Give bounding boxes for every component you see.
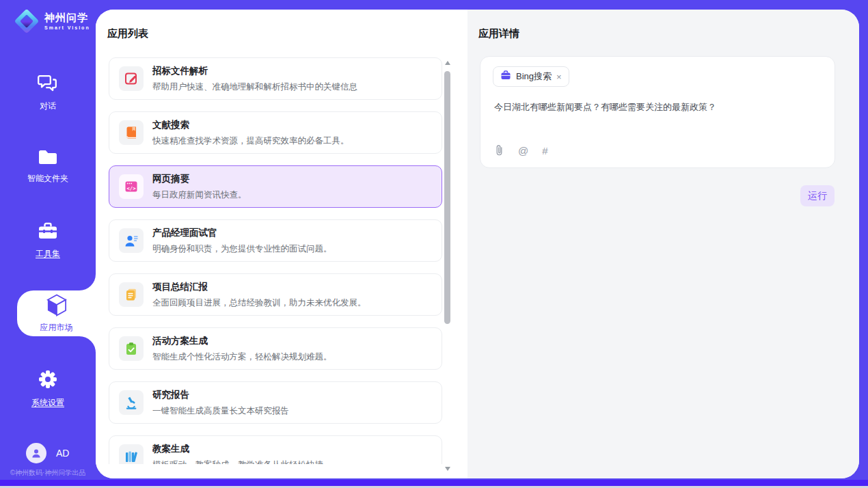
- bubble-curve-top: [79, 274, 96, 290]
- sidebar-item-chat[interactable]: 对话: [0, 74, 96, 112]
- interviewer-icon: [119, 228, 144, 253]
- app-desc: 帮助用户快速、准确地理解和解析招标书中的关键信息: [152, 81, 357, 93]
- app-desc: 全面回顾项目进展，总结经验教训，助力未来优化发展。: [152, 297, 366, 309]
- app-card-literature-search[interactable]: 文献搜索 快速精准查找学术资源，提高研究效率的必备工具。: [109, 111, 442, 154]
- svg-text:</>: </>: [127, 185, 137, 191]
- app-list: 招标文件解析 帮助用户快速、准确地理解和解析招标书中的关键信息 文献搜索 快速精…: [109, 57, 442, 464]
- brand-diamond-icon: [14, 8, 40, 34]
- sidebar-item-label: 系统设置: [31, 397, 64, 409]
- app-card-activity-plan[interactable]: 活动方案生成 智能生成个性化活动方案，轻松解决规划难题。: [109, 327, 442, 370]
- app-name: 研究报告: [152, 389, 289, 401]
- app-list-title: 应用列表: [107, 27, 148, 40]
- webpage-icon: </>: [119, 174, 144, 199]
- briefcase-icon: [500, 70, 511, 83]
- books-icon: [119, 444, 144, 464]
- folder-icon: [38, 149, 58, 168]
- brand-name: 神州问学: [44, 12, 90, 23]
- user-menu[interactable]: AD: [26, 443, 69, 463]
- app-list-panel: 应用列表 招标文件解析 帮助用户快速、准确地理解和解析招标书中的关键信息: [96, 10, 467, 478]
- scroll-up-icon[interactable]: [444, 59, 451, 66]
- app-card-web-digest[interactable]: </> 网页摘要 每日政府新闻资讯快查。: [109, 165, 442, 208]
- tool-chip-bing-search[interactable]: Bing搜索 ×: [493, 66, 569, 87]
- clipboard-check-icon: [119, 336, 144, 361]
- app-desc: 智能生成个性化活动方案，轻松解决规划难题。: [152, 351, 332, 363]
- prompt-card: Bing搜索 × 今日湖北有哪些新闻要点？有哪些需要关注的最新政策？ @ #: [480, 56, 835, 168]
- app-desc: 快速精准查找学术资源，提高研究效率的必备工具。: [152, 135, 349, 147]
- bottom-accent-bar: [0, 480, 868, 486]
- main-content: 应用列表 招标文件解析 帮助用户快速、准确地理解和解析招标书中的关键信息: [96, 10, 859, 478]
- scrollbar-thumb[interactable]: [444, 71, 450, 324]
- mention-icon[interactable]: @: [518, 145, 528, 157]
- bubble-curve-bottom: [79, 336, 96, 353]
- brand-logo: 神州问学 Smart Vision: [14, 8, 90, 34]
- gear-icon: [38, 369, 58, 392]
- app-desc: 明确身份和职责，为您提供专业性的面试问题。: [152, 243, 332, 255]
- app-card-bid-parse[interactable]: 招标文件解析 帮助用户快速、准确地理解和解析招标书中的关键信息: [109, 57, 442, 100]
- bid-parse-icon: [119, 66, 144, 91]
- app-name: 招标文件解析: [152, 65, 357, 77]
- app-name: 产品经理面试官: [152, 227, 332, 239]
- app-card-research-report[interactable]: 研究报告 一键智能生成高质量长文本研究报告: [109, 381, 442, 424]
- app-name: 教案生成: [152, 443, 323, 455]
- close-icon[interactable]: ×: [556, 72, 562, 81]
- microscope-icon: [119, 390, 144, 415]
- scrollbar: [444, 57, 451, 476]
- sidebar-item-label: 对话: [40, 100, 56, 112]
- app-name: 文献搜索: [152, 119, 349, 131]
- app-name: 网页摘要: [152, 173, 247, 185]
- book-icon: [119, 120, 144, 145]
- brand-subtitle: Smart Vision: [44, 25, 90, 30]
- sidebar-item-toolkit[interactable]: 工具集: [0, 222, 96, 260]
- sidebar: 神州问学 Smart Vision 对话 智能文件夹: [0, 0, 96, 488]
- chat-icon: [38, 74, 58, 96]
- hash-icon[interactable]: #: [542, 145, 547, 157]
- sidebar-item-settings[interactable]: 系统设置: [0, 369, 96, 409]
- sidebar-item-smart-folder[interactable]: 智能文件夹: [0, 149, 96, 185]
- tool-chip-label: Bing搜索: [516, 70, 552, 83]
- copyright-text: ©神州数码·神州问学出品: [0, 468, 96, 478]
- avatar: [26, 443, 46, 463]
- prompt-input[interactable]: 今日湖北有哪些新闻要点？有哪些需要关注的最新政策？: [494, 100, 822, 114]
- sidebar-item-app-market[interactable]: 应用市场: [17, 290, 96, 336]
- app-card-project-summary[interactable]: 项目总结汇报 全面回顾项目进展，总结经验教训，助力未来优化发展。: [109, 273, 442, 316]
- app-desc: 模板驱动，教案秒成，教学准备从此轻松快捷: [152, 459, 323, 465]
- cube-icon: [46, 294, 68, 319]
- scroll-down-icon[interactable]: [444, 465, 451, 472]
- app-name: 活动方案生成: [152, 335, 332, 347]
- attachment-icon[interactable]: [494, 144, 504, 157]
- app-detail-panel: 应用详情 Bing搜索 × 今日湖北有哪些新闻要点？有哪些需要关注的最新政策？: [467, 10, 859, 478]
- app-detail-title: 应用详情: [478, 27, 519, 40]
- user-name: AD: [56, 448, 69, 459]
- sidebar-item-label: 应用市场: [40, 322, 73, 334]
- stacked-docs-icon: [119, 282, 144, 307]
- app-card-pm-interviewer[interactable]: 产品经理面试官 明确身份和职责，为您提供专业性的面试问题。: [109, 219, 442, 262]
- app-name: 项目总结汇报: [152, 281, 366, 293]
- run-button[interactable]: 运行: [800, 185, 835, 206]
- app-card-lesson-plan[interactable]: 教案生成 模板驱动，教案秒成，教学准备从此轻松快捷: [109, 435, 442, 464]
- app-desc: 一键智能生成高质量长文本研究报告: [152, 405, 289, 417]
- app-desc: 每日政府新闻资讯快查。: [152, 189, 247, 201]
- sidebar-item-label: 智能文件夹: [27, 173, 68, 185]
- toolbox-icon: [38, 222, 58, 243]
- sidebar-item-label: 工具集: [36, 248, 60, 260]
